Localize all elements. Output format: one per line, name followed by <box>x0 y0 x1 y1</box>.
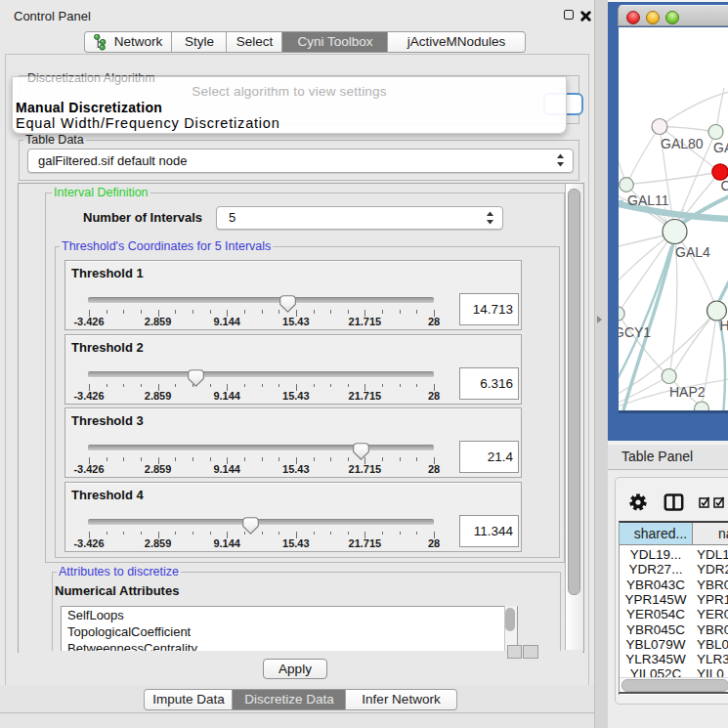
svg-text:GAL11: GAL11 <box>627 193 669 208</box>
svg-text:C: C <box>721 178 728 193</box>
svg-text:GAL80: GAL80 <box>661 136 704 151</box>
svg-text:GCY1: GCY1 <box>619 324 651 340</box>
svg-text:GAL4: GAL4 <box>675 244 710 260</box>
svg-text:GAL: GAL <box>713 140 728 155</box>
svg-text:HAP2: HAP2 <box>669 384 706 400</box>
svg-text:H: H <box>720 318 728 333</box>
